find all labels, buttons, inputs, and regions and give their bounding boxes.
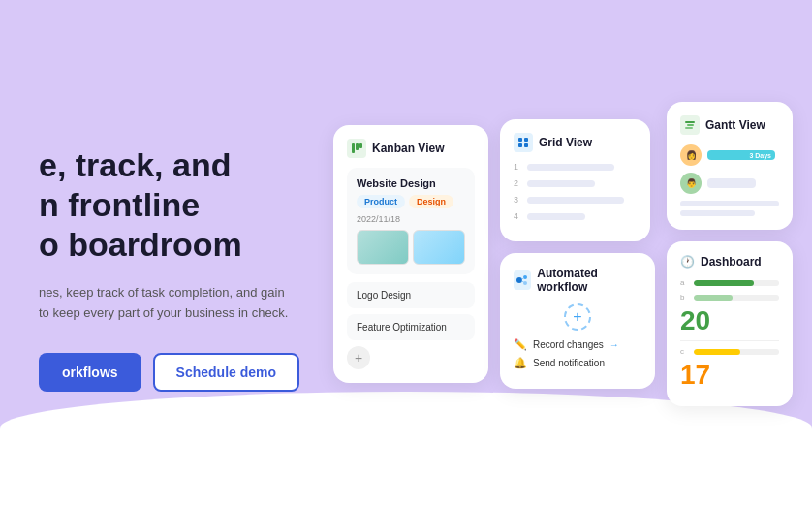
task-image-2 xyxy=(413,230,465,265)
grid-row-4: 4 xyxy=(514,211,637,221)
gantt-row-2: 👨 xyxy=(680,173,779,194)
workflow-icon xyxy=(514,270,531,290)
tag-row: Product Design xyxy=(357,195,465,208)
gantt-title: Gantt View xyxy=(680,115,779,135)
arrow-icon: → xyxy=(609,339,619,350)
svg-rect-1 xyxy=(356,143,359,150)
dash-bar-row-2: b xyxy=(680,293,779,302)
left-panel: e, track, and n frontline o boardroom ne… xyxy=(0,0,333,508)
svg-rect-2 xyxy=(359,143,362,148)
task1-name: Website Design xyxy=(357,177,465,189)
svg-point-7 xyxy=(516,277,522,283)
pencil-icon: ✏️ xyxy=(514,338,527,351)
button-row: orkflows Schedule demo xyxy=(39,353,304,392)
dashboard-title: 🕐 Dashboard xyxy=(680,255,779,269)
kanban-title: Kanban View xyxy=(347,139,475,158)
task-date: 2022/11/18 xyxy=(357,214,465,224)
workflow-item-1: ✏️ Record changes → xyxy=(514,338,641,351)
workflow-title: Automated workflow xyxy=(514,267,641,294)
middle-stack: Grid View 1 2 3 4 xyxy=(500,119,655,389)
grid-row-3: 3 xyxy=(514,195,637,205)
grid-icon xyxy=(514,133,533,152)
workflow-add-button[interactable]: + xyxy=(564,303,591,331)
dash-bar-row-3: c xyxy=(680,347,779,356)
schedule-demo-button[interactable]: Schedule demo xyxy=(153,353,299,392)
gantt-row-1: 👩 3 Days xyxy=(680,144,779,166)
gantt-card: Gantt View 👩 3 Days 👨 xyxy=(667,102,793,230)
title-line3: o boardroom xyxy=(39,226,242,263)
svg-line-10 xyxy=(522,278,524,279)
kanban-task-2: Logo Design xyxy=(347,282,475,308)
task-images xyxy=(357,230,465,265)
svg-line-11 xyxy=(522,281,524,282)
dashboard-number-2: 17 xyxy=(680,362,779,389)
divider xyxy=(680,340,779,341)
dashboard-section-2: c 17 xyxy=(680,347,779,389)
bell-icon: 🔔 xyxy=(514,357,527,369)
avatar-1: 👩 xyxy=(680,144,702,166)
dashboard-number-1: 20 xyxy=(680,307,779,334)
grid-row-2: 2 xyxy=(514,178,637,188)
right-panel: Kanban View Website Design Product Desig… xyxy=(333,0,812,508)
svg-rect-3 xyxy=(518,138,522,142)
dash-bar-row-1: a xyxy=(680,278,779,287)
kanban-task-3: Feature Optimization xyxy=(347,314,475,340)
dashboard-card: 🕐 Dashboard a b xyxy=(667,241,793,406)
workflow-card: Automated workflow + ✏️ Record changes →… xyxy=(500,253,655,389)
page-content: e, track, and n frontline o boardroom ne… xyxy=(0,0,812,508)
grid-title: Grid View xyxy=(514,133,637,152)
avatar-2: 👨 xyxy=(680,173,702,194)
kanban-task-1: Website Design Product Design 2022/11/18 xyxy=(347,168,475,274)
design-tag: Design xyxy=(409,195,453,208)
dashboard-section-1: a b 20 xyxy=(680,278,779,334)
hero-title: e, track, and n frontline o boardroom xyxy=(39,145,304,264)
kanban-card: Kanban View Website Design Product Desig… xyxy=(333,125,488,383)
clock-icon: 🕐 xyxy=(680,255,695,269)
grid-card: Grid View 1 2 3 4 xyxy=(500,119,650,241)
svg-rect-14 xyxy=(685,127,693,129)
title-line1: e, track, and xyxy=(39,146,231,183)
workflows-button[interactable]: orkflows xyxy=(39,353,141,392)
workflow-item-2: 🔔 Send notification xyxy=(514,357,641,369)
svg-rect-5 xyxy=(518,143,522,147)
gantt-bars xyxy=(680,201,779,216)
svg-rect-4 xyxy=(524,138,528,142)
task-image-1 xyxy=(357,230,409,265)
gantt-icon xyxy=(680,115,700,135)
svg-rect-12 xyxy=(685,121,695,123)
kanban-add-button[interactable]: + xyxy=(347,346,370,369)
svg-rect-6 xyxy=(524,143,528,147)
hero-description: nes, keep track of task completion, and … xyxy=(39,283,304,324)
grid-row-1: 1 xyxy=(514,162,637,172)
svg-rect-0 xyxy=(352,143,355,153)
right-stack: Gantt View 👩 3 Days 👨 xyxy=(667,102,793,406)
kanban-icon xyxy=(347,139,366,158)
svg-rect-13 xyxy=(687,124,694,126)
title-line2: n frontline xyxy=(39,186,200,223)
product-tag: Product xyxy=(357,195,405,208)
